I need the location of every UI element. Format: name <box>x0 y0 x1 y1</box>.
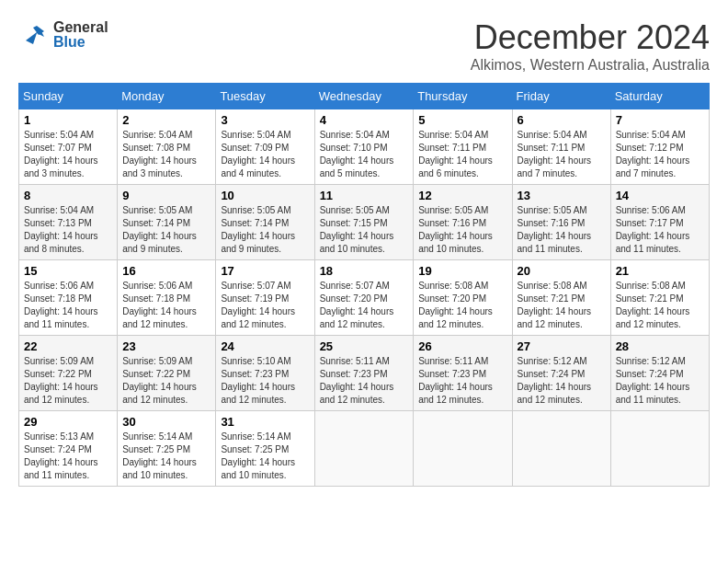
calendar-cell <box>512 411 610 487</box>
calendar-cell: 22 Sunrise: 5:09 AM Sunset: 7:22 PM Dayl… <box>19 336 118 411</box>
day-info: Sunrise: 5:04 AM Sunset: 7:10 PM Dayligh… <box>320 129 409 180</box>
calendar-cell: 9 Sunrise: 5:05 AM Sunset: 7:14 PM Dayli… <box>118 185 216 260</box>
week-row-5: 29 Sunrise: 5:13 AM Sunset: 7:24 PM Dayl… <box>19 411 710 487</box>
day-info: Sunrise: 5:04 AM Sunset: 7:07 PM Dayligh… <box>24 129 112 180</box>
calendar-cell: 16 Sunrise: 5:06 AM Sunset: 7:18 PM Dayl… <box>118 260 216 336</box>
day-number: 4 <box>320 113 409 127</box>
calendar-cell <box>610 411 709 487</box>
header-thursday: Thursday <box>414 84 512 109</box>
day-number: 10 <box>221 189 309 202</box>
day-info: Sunrise: 5:11 AM Sunset: 7:23 PM Dayligh… <box>418 355 506 407</box>
day-info: Sunrise: 5:08 AM Sunset: 7:20 PM Dayligh… <box>418 280 506 331</box>
calendar-cell: 3 Sunrise: 5:04 AM Sunset: 7:09 PM Dayli… <box>216 109 314 185</box>
day-number: 11 <box>320 189 409 202</box>
day-number: 3 <box>221 113 309 127</box>
calendar-cell: 21 Sunrise: 5:08 AM Sunset: 7:21 PM Dayl… <box>610 260 709 336</box>
header-tuesday: Tuesday <box>216 84 314 109</box>
week-row-1: 1 Sunrise: 5:04 AM Sunset: 7:07 PM Dayli… <box>19 109 710 185</box>
calendar-cell: 28 Sunrise: 5:12 AM Sunset: 7:24 PM Dayl… <box>610 336 709 411</box>
calendar-cell <box>414 411 512 487</box>
day-info: Sunrise: 5:09 AM Sunset: 7:22 PM Dayligh… <box>122 355 210 407</box>
calendar: SundayMondayTuesdayWednesdayThursdayFrid… <box>18 83 710 487</box>
calendar-cell: 15 Sunrise: 5:06 AM Sunset: 7:18 PM Dayl… <box>19 260 118 336</box>
calendar-cell: 31 Sunrise: 5:14 AM Sunset: 7:25 PM Dayl… <box>216 411 314 487</box>
calendar-cell: 23 Sunrise: 5:09 AM Sunset: 7:22 PM Dayl… <box>118 336 216 411</box>
calendar-cell: 24 Sunrise: 5:10 AM Sunset: 7:23 PM Dayl… <box>216 336 314 411</box>
week-row-3: 15 Sunrise: 5:06 AM Sunset: 7:18 PM Dayl… <box>19 260 710 336</box>
day-info: Sunrise: 5:05 AM Sunset: 7:16 PM Dayligh… <box>518 204 606 256</box>
day-number: 29 <box>24 415 112 429</box>
calendar-cell: 2 Sunrise: 5:04 AM Sunset: 7:08 PM Dayli… <box>118 109 216 185</box>
day-number: 17 <box>221 264 309 278</box>
day-info: Sunrise: 5:06 AM Sunset: 7:17 PM Dayligh… <box>616 204 704 256</box>
calendar-cell: 20 Sunrise: 5:08 AM Sunset: 7:21 PM Dayl… <box>512 260 610 336</box>
day-info: Sunrise: 5:04 AM Sunset: 7:08 PM Dayligh… <box>122 129 210 180</box>
calendar-cell: 26 Sunrise: 5:11 AM Sunset: 7:23 PM Dayl… <box>414 336 512 411</box>
day-number: 1 <box>24 113 112 127</box>
calendar-cell: 30 Sunrise: 5:14 AM Sunset: 7:25 PM Dayl… <box>118 411 216 487</box>
day-number: 12 <box>418 189 506 202</box>
day-number: 27 <box>518 339 606 353</box>
calendar-cell: 27 Sunrise: 5:12 AM Sunset: 7:24 PM Dayl… <box>512 336 610 411</box>
header-saturday: Saturday <box>610 84 709 109</box>
logo-icon <box>18 18 48 52</box>
header-wednesday: Wednesday <box>314 84 414 109</box>
calendar-cell: 4 Sunrise: 5:04 AM Sunset: 7:10 PM Dayli… <box>314 109 414 185</box>
day-info: Sunrise: 5:07 AM Sunset: 7:20 PM Dayligh… <box>320 280 409 331</box>
logo-name: General Blue <box>53 20 108 50</box>
day-number: 21 <box>616 264 704 278</box>
day-info: Sunrise: 5:08 AM Sunset: 7:21 PM Dayligh… <box>616 280 704 331</box>
day-number: 6 <box>518 113 606 127</box>
day-info: Sunrise: 5:05 AM Sunset: 7:14 PM Dayligh… <box>122 204 210 256</box>
header-monday: Monday <box>118 84 216 109</box>
day-number: 7 <box>616 113 704 127</box>
day-number: 15 <box>24 264 112 278</box>
week-row-2: 8 Sunrise: 5:04 AM Sunset: 7:13 PM Dayli… <box>19 185 710 260</box>
header-sunday: Sunday <box>19 84 118 109</box>
day-info: Sunrise: 5:04 AM Sunset: 7:11 PM Dayligh… <box>518 129 606 180</box>
day-number: 2 <box>122 113 210 127</box>
calendar-cell: 14 Sunrise: 5:06 AM Sunset: 7:17 PM Dayl… <box>610 185 709 260</box>
day-info: Sunrise: 5:11 AM Sunset: 7:23 PM Dayligh… <box>320 355 409 407</box>
calendar-cell: 7 Sunrise: 5:04 AM Sunset: 7:12 PM Dayli… <box>610 109 709 185</box>
day-number: 22 <box>24 339 112 353</box>
day-number: 30 <box>122 415 210 429</box>
week-row-4: 22 Sunrise: 5:09 AM Sunset: 7:22 PM Dayl… <box>19 336 710 411</box>
day-info: Sunrise: 5:06 AM Sunset: 7:18 PM Dayligh… <box>24 280 112 331</box>
month-title: December 2024 <box>471 18 710 57</box>
day-info: Sunrise: 5:14 AM Sunset: 7:25 PM Dayligh… <box>221 431 309 482</box>
calendar-cell: 19 Sunrise: 5:08 AM Sunset: 7:20 PM Dayl… <box>414 260 512 336</box>
day-info: Sunrise: 5:08 AM Sunset: 7:21 PM Dayligh… <box>518 280 606 331</box>
day-info: Sunrise: 5:10 AM Sunset: 7:23 PM Dayligh… <box>221 355 309 407</box>
day-number: 31 <box>221 415 309 429</box>
day-info: Sunrise: 5:13 AM Sunset: 7:24 PM Dayligh… <box>24 431 112 482</box>
calendar-cell: 12 Sunrise: 5:05 AM Sunset: 7:16 PM Dayl… <box>414 185 512 260</box>
weekday-header-row: SundayMondayTuesdayWednesdayThursdayFrid… <box>19 84 710 109</box>
day-info: Sunrise: 5:04 AM Sunset: 7:11 PM Dayligh… <box>418 129 506 180</box>
calendar-cell: 6 Sunrise: 5:04 AM Sunset: 7:11 PM Dayli… <box>512 109 610 185</box>
calendar-cell: 10 Sunrise: 5:05 AM Sunset: 7:14 PM Dayl… <box>216 185 314 260</box>
day-number: 13 <box>518 189 606 202</box>
day-number: 26 <box>418 339 506 353</box>
calendar-cell: 18 Sunrise: 5:07 AM Sunset: 7:20 PM Dayl… <box>314 260 414 336</box>
day-number: 8 <box>24 189 112 202</box>
location: Alkimos, Western Australia, Australia <box>471 57 710 74</box>
title-section: December 2024 Alkimos, Western Australia… <box>471 18 710 74</box>
header-friday: Friday <box>512 84 610 109</box>
logo-general-text: General <box>53 20 108 35</box>
day-info: Sunrise: 5:06 AM Sunset: 7:18 PM Dayligh… <box>122 280 210 331</box>
calendar-cell: 5 Sunrise: 5:04 AM Sunset: 7:11 PM Dayli… <box>414 109 512 185</box>
day-number: 25 <box>320 339 409 353</box>
day-number: 16 <box>122 264 210 278</box>
day-info: Sunrise: 5:05 AM Sunset: 7:16 PM Dayligh… <box>418 204 506 256</box>
day-info: Sunrise: 5:05 AM Sunset: 7:15 PM Dayligh… <box>320 204 409 256</box>
logo: General Blue <box>18 18 108 52</box>
calendar-cell: 13 Sunrise: 5:05 AM Sunset: 7:16 PM Dayl… <box>512 185 610 260</box>
day-info: Sunrise: 5:09 AM Sunset: 7:22 PM Dayligh… <box>24 355 112 407</box>
day-number: 20 <box>518 264 606 278</box>
logo-blue-text: Blue <box>53 35 108 50</box>
calendar-cell: 29 Sunrise: 5:13 AM Sunset: 7:24 PM Dayl… <box>19 411 118 487</box>
day-number: 14 <box>616 189 704 202</box>
day-info: Sunrise: 5:07 AM Sunset: 7:19 PM Dayligh… <box>221 280 309 331</box>
page-header: General Blue December 2024 Alkimos, West… <box>18 18 710 74</box>
